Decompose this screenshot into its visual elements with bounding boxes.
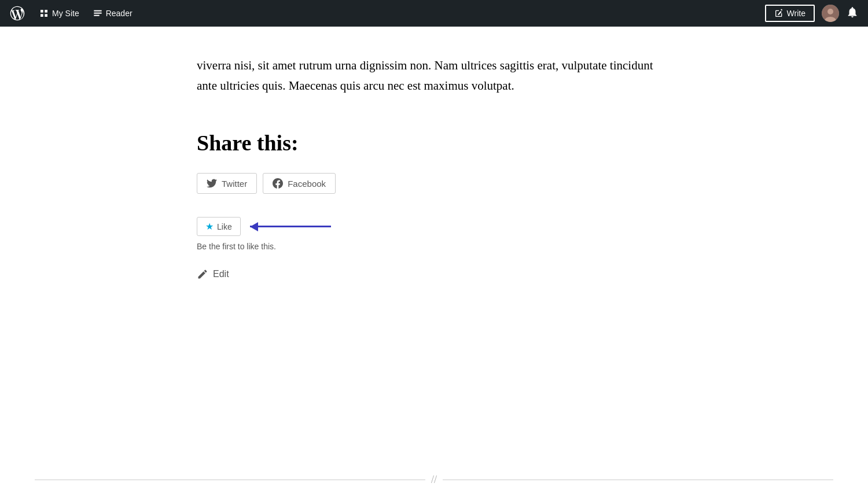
bell-svg xyxy=(846,6,859,19)
share-title: Share this: xyxy=(197,130,671,156)
like-label: Like xyxy=(217,222,232,231)
share-buttons: Twitter Facebook xyxy=(197,173,671,194)
twitter-icon xyxy=(207,178,217,189)
like-row: ★ Like xyxy=(197,217,671,236)
svg-rect-5 xyxy=(94,13,101,14)
svg-rect-3 xyxy=(45,14,47,17)
like-section: ★ Like Be the first to like this. xyxy=(197,217,671,251)
share-section: Share this: Twitter Facebook ★ Like xyxy=(197,130,671,280)
twitter-share-button[interactable]: Twitter xyxy=(197,173,257,194)
facebook-share-button[interactable]: Facebook xyxy=(263,173,336,194)
arrow-line xyxy=(250,226,331,227)
facebook-label: Facebook xyxy=(288,179,326,189)
body-paragraph: viverra nisi, sit amet rutrum urna digni… xyxy=(197,50,671,95)
my-site-link[interactable]: My Site xyxy=(39,9,79,18)
svg-rect-2 xyxy=(41,14,43,17)
reader-link[interactable]: Reader xyxy=(93,9,133,18)
footer-divider: // xyxy=(35,480,833,480)
write-label: Write xyxy=(787,9,806,18)
reader-icon xyxy=(93,9,102,18)
grid-icon xyxy=(39,9,49,18)
topbar-right: Write xyxy=(765,5,859,22)
svg-rect-6 xyxy=(94,15,99,16)
svg-rect-0 xyxy=(41,10,43,13)
arrow-annotation xyxy=(250,226,331,227)
notifications-icon[interactable] xyxy=(846,6,859,21)
topbar: My Site Reader Write xyxy=(0,0,868,27)
facebook-icon xyxy=(273,178,283,189)
main-content: viverra nisi, sit amet rutrum urna digni… xyxy=(185,27,683,361)
like-button[interactable]: ★ Like xyxy=(197,217,241,236)
edit-icon xyxy=(197,268,208,280)
svg-rect-4 xyxy=(94,10,101,12)
reader-label: Reader xyxy=(106,9,133,18)
be-first-text: Be the first to like this. xyxy=(197,242,671,251)
edit-link[interactable]: Edit xyxy=(197,268,671,280)
avatar[interactable] xyxy=(822,5,839,22)
write-button[interactable]: Write xyxy=(765,5,815,22)
my-site-label: My Site xyxy=(52,9,79,18)
twitter-label: Twitter xyxy=(222,179,247,189)
svg-rect-1 xyxy=(45,10,47,13)
svg-point-8 xyxy=(827,9,833,14)
page-footer: // xyxy=(0,465,868,494)
avatar-icon xyxy=(822,5,839,22)
like-star-icon: ★ xyxy=(205,221,214,232)
footer-slash: // xyxy=(425,474,443,486)
topbar-left: My Site Reader xyxy=(9,5,133,21)
write-icon xyxy=(774,9,784,18)
wordpress-icon xyxy=(9,5,25,21)
wordpress-logo-link[interactable] xyxy=(9,5,25,21)
edit-label: Edit xyxy=(213,269,229,279)
